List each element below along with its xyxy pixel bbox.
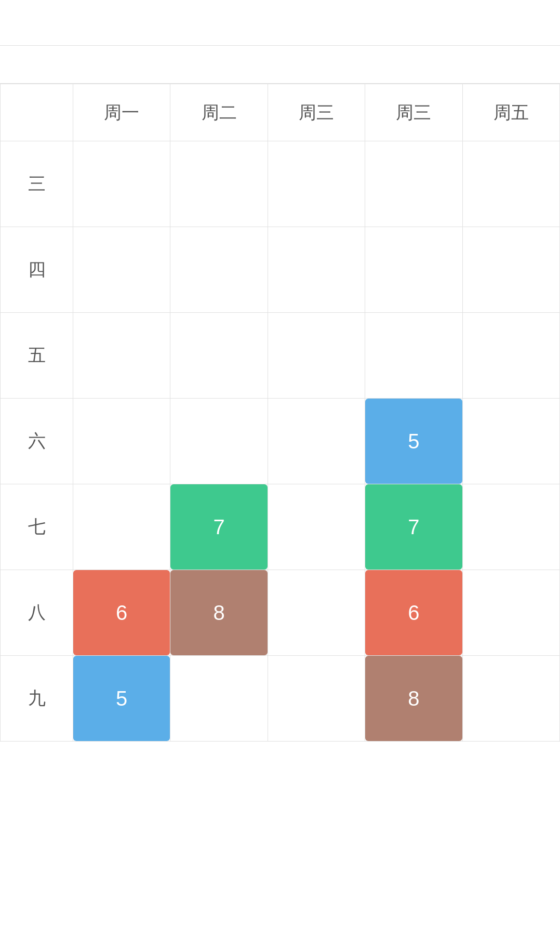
period-label-1: 四 <box>1 227 73 313</box>
cell-6-2[interactable] <box>268 656 365 742</box>
table-row: 八686 <box>1 570 560 656</box>
period-label-3: 六 <box>1 399 73 484</box>
cell-0-3[interactable] <box>365 141 462 227</box>
cell-6-3[interactable]: 8 <box>365 656 462 742</box>
period-label-6: 九 <box>1 656 73 742</box>
period-label-4: 七 <box>1 484 73 570</box>
cell-4-1[interactable]: 7 <box>170 484 268 570</box>
cell-block-6-3: 8 <box>365 656 462 741</box>
cell-4-0[interactable] <box>73 484 170 570</box>
cell-4-4[interactable] <box>462 484 559 570</box>
cell-6-1[interactable] <box>170 656 268 742</box>
cell-block-5-0: 6 <box>73 570 170 655</box>
cell-6-4[interactable] <box>462 656 559 742</box>
subtitle <box>0 46 560 84</box>
day-header-3: 周三 <box>268 84 365 141</box>
cell-1-2[interactable] <box>268 227 365 313</box>
cell-5-1[interactable]: 8 <box>170 570 268 656</box>
header <box>0 0 560 46</box>
schedule-table: 周一周二周三周三周五 三四五六5七77八686九58 <box>0 84 560 742</box>
cell-block-6-0: 5 <box>73 656 170 741</box>
cell-3-4[interactable] <box>462 399 559 484</box>
cell-2-3[interactable] <box>365 313 462 399</box>
cell-block-5-1: 8 <box>170 570 267 655</box>
cell-0-1[interactable] <box>170 141 268 227</box>
table-body: 三四五六5七77八686九58 <box>1 141 560 742</box>
cell-3-3[interactable]: 5 <box>365 399 462 484</box>
cell-block-3-3: 5 <box>365 399 462 484</box>
cell-4-3[interactable]: 7 <box>365 484 462 570</box>
cell-2-4[interactable] <box>462 313 559 399</box>
cell-block-4-3: 7 <box>365 484 462 570</box>
cell-block-4-1: 7 <box>170 484 267 570</box>
table-row: 七77 <box>1 484 560 570</box>
cell-5-4[interactable] <box>462 570 559 656</box>
cell-0-2[interactable] <box>268 141 365 227</box>
period-label-2: 五 <box>1 313 73 399</box>
period-label-5: 八 <box>1 570 73 656</box>
day-header-4: 周三 <box>365 84 462 141</box>
cell-5-2[interactable] <box>268 570 365 656</box>
cell-5-3[interactable]: 6 <box>365 570 462 656</box>
cell-1-1[interactable] <box>170 227 268 313</box>
day-header-1: 周一 <box>73 84 170 141</box>
cell-3-1[interactable] <box>170 399 268 484</box>
cell-2-2[interactable] <box>268 313 365 399</box>
cell-3-2[interactable] <box>268 399 365 484</box>
day-header-2: 周二 <box>170 84 268 141</box>
cell-block-5-3: 6 <box>365 570 462 655</box>
table-row: 三 <box>1 141 560 227</box>
cell-3-0[interactable] <box>73 399 170 484</box>
table-row: 九58 <box>1 656 560 742</box>
cell-0-0[interactable] <box>73 141 170 227</box>
cell-2-1[interactable] <box>170 313 268 399</box>
table-row: 六5 <box>1 399 560 484</box>
day-header-5: 周五 <box>462 84 559 141</box>
cell-4-2[interactable] <box>268 484 365 570</box>
cell-1-4[interactable] <box>462 227 559 313</box>
corner-header <box>1 84 73 141</box>
cell-1-3[interactable] <box>365 227 462 313</box>
cell-6-0[interactable]: 5 <box>73 656 170 742</box>
table-header-row: 周一周二周三周三周五 <box>1 84 560 141</box>
table-row: 五 <box>1 313 560 399</box>
schedule-container: 周一周二周三周三周五 三四五六5七77八686九58 <box>0 84 560 742</box>
cell-0-4[interactable] <box>462 141 559 227</box>
table-row: 四 <box>1 227 560 313</box>
period-label-0: 三 <box>1 141 73 227</box>
cell-5-0[interactable]: 6 <box>73 570 170 656</box>
cell-2-0[interactable] <box>73 313 170 399</box>
cell-1-0[interactable] <box>73 227 170 313</box>
